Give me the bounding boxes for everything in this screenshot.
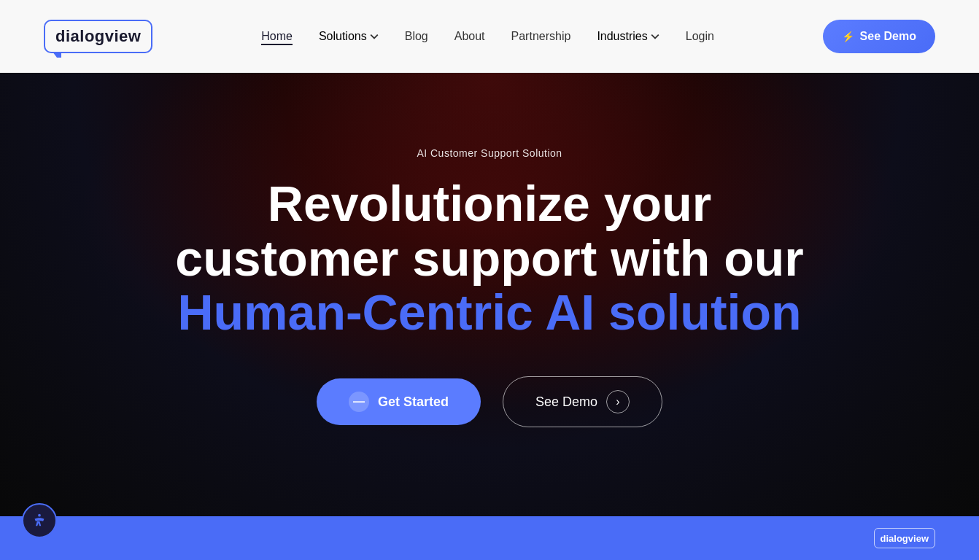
chevron-down-icon <box>651 32 659 41</box>
nav-item-login[interactable]: Login <box>686 30 714 43</box>
see-demo-button[interactable]: ⚡ See Demo <box>823 20 935 53</box>
nav-item-blog[interactable]: Blog <box>405 30 428 43</box>
watermark-text: dialogview <box>881 533 929 544</box>
nav-link-about[interactable]: About <box>454 30 485 42</box>
nav-item-solutions[interactable]: Solutions <box>319 30 379 43</box>
svg-point-0 <box>38 514 41 517</box>
hero-title-part1: Revolutionize your customer support with… <box>175 176 803 286</box>
navbar: dialogview Home Solutions Blog About Par… <box>0 0 979 73</box>
hero-title: Revolutionize your customer support with… <box>161 176 818 340</box>
hero-title-highlight: Human-Centric AI solution <box>177 284 801 340</box>
bottom-strip: dialogview <box>0 516 979 560</box>
nav-link-partnership[interactable]: Partnership <box>511 30 571 42</box>
hero-section: AI Customer Support Solution Revolutioni… <box>0 73 979 516</box>
nav-link-login[interactable]: Login <box>686 30 714 42</box>
nav-link-solutions[interactable]: Solutions <box>319 30 379 43</box>
accessibility-icon <box>31 513 47 529</box>
nav-link-home[interactable]: Home <box>261 30 293 45</box>
nav-link-industries[interactable]: Industries <box>597 30 659 43</box>
get-started-button[interactable]: — Get Started <box>317 378 481 425</box>
logo-chat-bubble-icon <box>53 52 61 58</box>
nav-item-about[interactable]: About <box>454 30 485 43</box>
hero-subtitle: AI Customer Support Solution <box>417 147 562 159</box>
watermark: dialogview <box>874 528 935 548</box>
lightning-icon: ⚡ <box>842 31 854 42</box>
logo[interactable]: dialogview <box>44 20 152 53</box>
hero-buttons: — Get Started See Demo › <box>317 376 662 427</box>
nav-link-blog[interactable]: Blog <box>405 30 428 42</box>
nav-links: Home Solutions Blog About Partnership In… <box>261 30 714 43</box>
nav-item-home[interactable]: Home <box>261 30 293 43</box>
chevron-down-icon <box>370 32 379 41</box>
logo-text: dialogview <box>55 27 141 45</box>
watermark-box: dialogview <box>874 528 935 548</box>
hero-see-demo-button[interactable]: See Demo › <box>503 376 662 427</box>
nav-item-partnership[interactable]: Partnership <box>511 30 571 43</box>
nav-item-industries[interactable]: Industries <box>597 30 659 43</box>
arrow-right-icon: — <box>349 392 369 412</box>
logo-box: dialogview <box>44 20 152 53</box>
circle-arrow-icon: › <box>606 390 630 413</box>
accessibility-widget[interactable] <box>22 503 57 538</box>
